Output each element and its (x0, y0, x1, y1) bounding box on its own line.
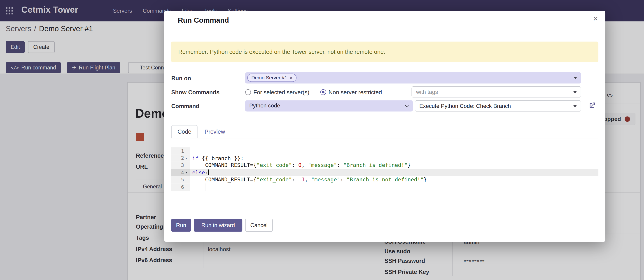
code-line-text: else: (190, 169, 598, 176)
indent-guide (218, 183, 218, 191)
run-in-wizard-button[interactable]: Run in wizard (194, 219, 242, 232)
external-link-icon[interactable] (588, 101, 596, 109)
command-value: Execute Python Code: Check Branch (419, 101, 511, 111)
gutter-cell: 1 (171, 147, 190, 155)
line-number: 6 (181, 184, 184, 190)
code-line-2[interactable]: 2▾if {{ branch }}: (171, 155, 598, 162)
close-icon[interactable]: × (593, 14, 598, 24)
command-type-value: Python code (249, 100, 280, 111)
run-on-field[interactable]: Demo Server #1 × (245, 72, 581, 83)
modal-title: Run Command (178, 16, 229, 25)
code-line-text: COMMAND_RESULT={"exit_code": -1, "messag… (190, 176, 598, 183)
command-label: Command (171, 103, 200, 109)
line-number: 3 (181, 162, 184, 168)
screen: Cetmix Tower ServersCommandsFilesToolsSe… (0, 0, 644, 280)
chevron-down-icon (405, 103, 409, 107)
line-number: 2 (181, 155, 184, 161)
code-line-1[interactable]: 1 (171, 147, 598, 155)
server-tag: Demo Server #1 × (247, 74, 296, 82)
server-tag-label: Demo Server #1 (251, 75, 287, 80)
code-editor[interactable]: 12▾if {{ branch }}:3 COMMAND_RESULT={"ex… (171, 142, 598, 212)
tag-remove-icon[interactable]: × (290, 75, 292, 80)
caret-down-icon (573, 105, 577, 107)
radio-selected-servers-label[interactable]: For selected server(s) (253, 89, 309, 95)
radio-non-server-restricted-label[interactable]: Non server restricted (328, 89, 382, 95)
code-line-text (190, 183, 598, 191)
gutter-cell: 4▾ (171, 169, 190, 176)
code-line-text (190, 147, 598, 155)
run-button[interactable]: Run (171, 219, 191, 232)
code-line-6[interactable]: 6 (171, 183, 598, 191)
fold-caret-icon[interactable]: ▾ (184, 155, 188, 162)
tabs-underline (171, 138, 598, 138)
radio-non-server-restricted[interactable] (320, 89, 326, 95)
indent-guide (205, 183, 206, 191)
code-editor-lines: 12▾if {{ branch }}:3 COMMAND_RESULT={"ex… (171, 147, 598, 191)
code-line-5[interactable]: 5 COMMAND_RESULT={"exit_code": -1, "mess… (171, 176, 598, 183)
with-tags-placeholder: with tags (416, 87, 438, 97)
line-number: 4 (181, 170, 184, 175)
show-commands-label: Show Commands (171, 89, 220, 95)
radio-selected-servers[interactable] (245, 89, 251, 95)
caret-down-icon (574, 77, 577, 79)
cancel-button[interactable]: Cancel (245, 219, 273, 232)
line-number: 1 (181, 148, 184, 154)
command-select[interactable]: Execute Python Code: Check Branch (415, 100, 581, 111)
gutter-cell: 3 (171, 162, 190, 169)
tab-preview[interactable]: Preview (199, 125, 230, 138)
gutter-cell: 5 (171, 176, 190, 183)
command-type-select[interactable]: Python code (245, 100, 413, 111)
run-command-modal: Run Command × Remember: Python code is e… (164, 11, 606, 242)
text-cursor (208, 169, 209, 175)
gutter-cell: 2▾ (171, 155, 190, 162)
run-on-label: Run on (171, 75, 191, 81)
caret-down-icon (573, 91, 577, 93)
line-number: 5 (181, 177, 184, 183)
with-tags-dropdown[interactable]: with tags (412, 86, 581, 97)
alert-text: Remember: Python code is executed on the… (178, 49, 385, 55)
tab-code[interactable]: Code (171, 125, 197, 138)
fold-caret-icon[interactable]: ▾ (184, 169, 188, 176)
python-warning-alert: Remember: Python code is executed on the… (171, 42, 598, 62)
code-line-text: COMMAND_RESULT={"exit_code": 0, "message… (190, 162, 598, 169)
code-line-text: if {{ branch }}: (190, 155, 598, 162)
code-line-4[interactable]: 4▾else: (171, 169, 598, 176)
code-line-3[interactable]: 3 COMMAND_RESULT={"exit_code": 0, "messa… (171, 162, 598, 169)
gutter-cell: 6 (171, 183, 190, 191)
